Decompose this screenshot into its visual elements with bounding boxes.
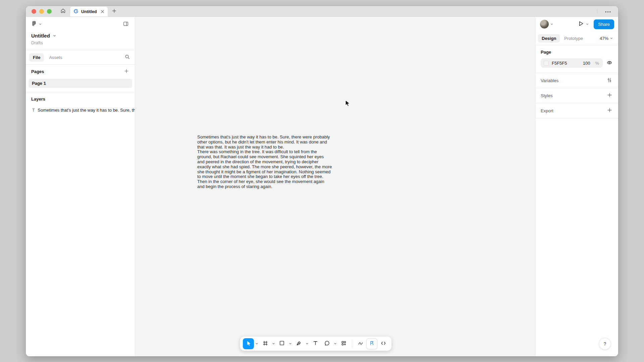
variables-section-row[interactable]: Variables <box>535 73 618 88</box>
share-button[interactable]: Share <box>594 19 614 29</box>
tab-title: Untitled <box>81 9 98 14</box>
actions-tool-button[interactable] <box>338 338 349 349</box>
pen-tool-button[interactable] <box>293 338 304 349</box>
minimize-window-button[interactable] <box>39 9 44 14</box>
avatar[interactable] <box>540 20 549 28</box>
file-name-row[interactable]: Untitled <box>26 32 135 39</box>
move-tool-button[interactable] <box>243 338 254 349</box>
annotate-flag-icon <box>369 341 375 347</box>
canvas-text-node[interactable]: Sometimes that's just the way it has to … <box>197 135 332 189</box>
layer-list-item[interactable]: T Sometimes that's just the way it has t… <box>26 106 135 115</box>
layers-header-label: Layers <box>31 97 45 102</box>
right-sidebar-header: Share <box>535 17 618 32</box>
main-menu-button[interactable] <box>31 21 42 27</box>
new-tab-button[interactable] <box>108 6 120 16</box>
window-menu-button[interactable] <box>597 6 618 16</box>
eye-icon <box>607 60 612 66</box>
annotate-tool-button[interactable] <box>366 338 377 349</box>
frame-tool-button[interactable] <box>260 338 271 349</box>
chevron-down-icon <box>53 34 56 37</box>
styles-label: Styles <box>541 93 552 98</box>
search-button[interactable] <box>123 53 131 62</box>
zoom-window-button[interactable] <box>47 9 52 14</box>
styles-section-row[interactable]: Styles <box>535 88 618 103</box>
pages-section-header: Pages <box>26 65 135 78</box>
chevron-down-icon[interactable] <box>550 23 553 25</box>
file-name: Untitled <box>31 33 50 39</box>
text-tool-button[interactable] <box>310 338 321 349</box>
comment-tool-button[interactable] <box>321 338 332 349</box>
rectangle-icon <box>279 341 284 347</box>
layers-section-header: Layers <box>26 92 135 106</box>
add-page-button[interactable] <box>122 67 131 76</box>
chevron-down-icon <box>39 23 42 25</box>
pen-tool-menu[interactable] <box>305 338 310 349</box>
comment-bubble-icon <box>324 341 330 347</box>
window-tab-bar: Untitled <box>26 6 618 17</box>
text-layer-icon: T <box>32 108 35 113</box>
present-play-button[interactable] <box>578 21 584 27</box>
sidebar-header <box>26 17 135 32</box>
tabbar-spacer <box>120 6 597 16</box>
home-button[interactable] <box>56 6 70 16</box>
tab-file[interactable]: File <box>29 53 44 62</box>
canvas[interactable]: Sometimes that's just the way it has to … <box>135 17 535 356</box>
plus-icon <box>124 69 128 74</box>
left-sidebar: Untitled Drafts File Assets Pages <box>26 17 135 356</box>
variables-label: Variables <box>541 78 558 83</box>
page-list-item-selected[interactable]: Page 1 <box>29 79 132 88</box>
close-tab-icon[interactable] <box>101 10 104 13</box>
figma-window: Untitled <box>26 6 618 356</box>
color-swatch[interactable] <box>544 61 549 66</box>
move-tool-menu[interactable] <box>254 338 259 349</box>
tab-assets[interactable]: Assets <box>45 53 66 62</box>
divider <box>535 118 618 118</box>
comment-tool-menu[interactable] <box>333 338 338 349</box>
toggle-visibility-button[interactable] <box>605 58 614 68</box>
page-section: Page F5F5F5 100 % <box>535 45 618 73</box>
design-prototype-tabs: Design Prototype 47% <box>535 32 618 45</box>
shape-tool-button[interactable] <box>276 338 287 349</box>
pages-header-label: Pages <box>31 69 44 74</box>
close-window-button[interactable] <box>32 9 36 14</box>
pen-icon <box>296 341 302 347</box>
marker-scribble-icon <box>358 341 363 347</box>
tab-prototype[interactable]: Prototype <box>560 34 587 43</box>
move-cursor-icon <box>246 341 251 347</box>
code-icon <box>381 341 386 347</box>
fill-opacity-unit: % <box>595 61 599 66</box>
right-sidebar: Share Design Prototype 47% Page <box>535 17 618 356</box>
help-button[interactable]: ? <box>599 338 611 350</box>
text-tool-icon <box>313 341 318 347</box>
file-location: Drafts <box>26 39 135 50</box>
shape-tool-menu[interactable] <box>288 338 293 349</box>
collapse-sidebar-button[interactable] <box>121 20 130 28</box>
add-style-button[interactable] <box>605 91 614 100</box>
page-fill-input[interactable]: F5F5F5 100 % <box>541 58 603 68</box>
page-section-header: Page <box>541 50 614 55</box>
ellipsis-icon <box>605 9 611 14</box>
bottom-toolbar <box>240 336 392 351</box>
zoom-control[interactable]: 47% <box>600 36 615 41</box>
panel-toggle-icon <box>123 21 128 27</box>
export-section-row[interactable]: Export <box>535 103 618 118</box>
file-tab[interactable]: Untitled <box>70 7 108 16</box>
frame-tool-menu[interactable] <box>271 338 276 349</box>
main-area: Untitled Drafts File Assets Pages <box>26 17 618 356</box>
draw-tool-button[interactable] <box>355 338 366 349</box>
present-menu-chevron-icon[interactable] <box>586 23 589 25</box>
home-icon <box>60 8 66 14</box>
plus-icon <box>607 93 612 98</box>
dev-mode-button[interactable] <box>378 338 389 349</box>
search-icon <box>125 54 130 60</box>
toolbar-divider <box>352 339 352 348</box>
open-variables-button[interactable] <box>605 76 614 85</box>
text-paragraph-2: There was something in the tree. It was … <box>197 149 332 189</box>
export-label: Export <box>541 108 553 113</box>
zoom-level: 47% <box>600 36 608 41</box>
fill-hex-value[interactable]: F5F5F5 <box>552 61 567 66</box>
tab-design[interactable]: Design <box>538 34 560 43</box>
add-export-button[interactable] <box>605 106 614 115</box>
plus-icon <box>607 108 612 113</box>
fill-opacity-value[interactable]: 100 <box>583 61 590 66</box>
